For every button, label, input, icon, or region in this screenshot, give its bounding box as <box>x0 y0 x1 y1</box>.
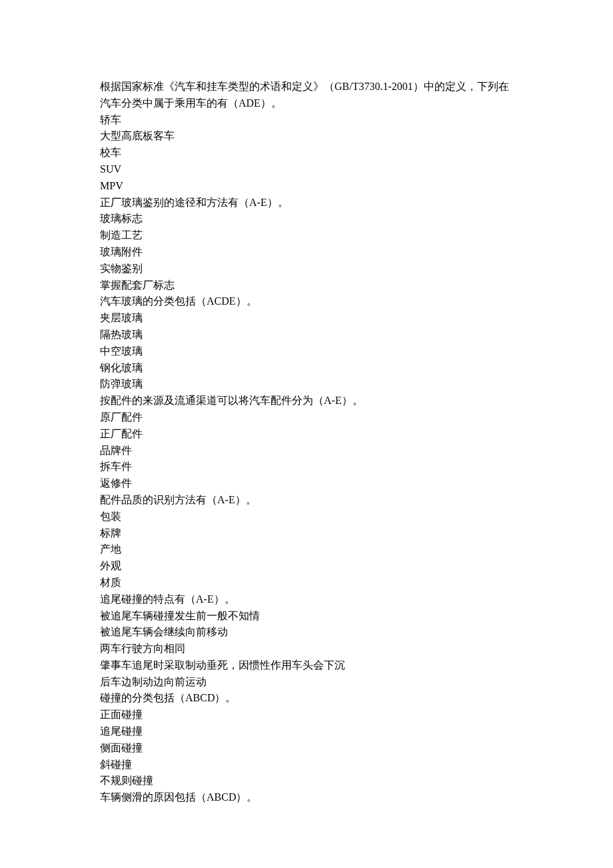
question-option: MPV <box>100 178 513 195</box>
question-option: 两车行驶方向相同 <box>100 641 513 657</box>
question-option: 隔热玻璃 <box>100 327 513 343</box>
question-option: SUV <box>100 161 513 178</box>
question-option: 正厂配件 <box>100 426 513 443</box>
document-page: 根据国家标准《汽车和挂车类型的术语和定义》（GB/T3730.1-2001）中的… <box>0 0 613 868</box>
question-option: 大型高底板客车 <box>100 128 513 145</box>
question-prompt: 根据国家标准《汽车和挂车类型的术语和定义》（GB/T3730.1-2001）中的… <box>100 79 513 112</box>
question-option: 玻璃附件 <box>100 244 513 261</box>
question-prompt: 正厂玻璃鉴别的途径和方法有（A-E）。 <box>100 195 513 211</box>
question-option: 轿车 <box>100 112 513 129</box>
question-option: 材质 <box>100 575 513 591</box>
question-option: 外观 <box>100 558 513 575</box>
question-option: 钢化玻璃 <box>100 360 513 377</box>
question-option: 返修件 <box>100 475 513 492</box>
question-option: 侧面碰撞 <box>100 740 513 757</box>
question-prompt: 碰撞的分类包括（ABCD）。 <box>100 690 513 707</box>
question-option: 原厂配件 <box>100 409 513 426</box>
question-prompt: 按配件的来源及流通渠道可以将汽车配件分为（A-E）。 <box>100 393 513 409</box>
question-option: 后车边制动边向前运动 <box>100 674 513 691</box>
question-option: 拆车件 <box>100 459 513 475</box>
question-option: 标牌 <box>100 525 513 542</box>
question-prompt: 配件品质的识别方法有（A-E）。 <box>100 492 513 509</box>
question-option: 斜碰撞 <box>100 757 513 773</box>
question-option: 校车 <box>100 145 513 161</box>
question-option: 包装 <box>100 509 513 525</box>
question-option: 夹层玻璃 <box>100 310 513 327</box>
question-option: 正面碰撞 <box>100 707 513 723</box>
question-option: 实物鉴别 <box>100 261 513 277</box>
question-option: 中空玻璃 <box>100 343 513 360</box>
question-option: 追尾碰撞 <box>100 723 513 740</box>
question-option: 玻璃标志 <box>100 211 513 227</box>
question-prompt: 车辆侧滑的原因包括（ABCD）。 <box>100 789 513 806</box>
question-option: 产地 <box>100 541 513 558</box>
question-option: 不规则碰撞 <box>100 773 513 789</box>
question-option: 被追尾车辆会继续向前移动 <box>100 624 513 641</box>
question-prompt: 汽车玻璃的分类包括（ACDE）。 <box>100 293 513 310</box>
question-option: 制造工艺 <box>100 227 513 244</box>
question-option: 被追尾车辆碰撞发生前一般不知情 <box>100 608 513 625</box>
question-option: 肇事车追尾时采取制动垂死，因惯性作用车头会下沉 <box>100 657 513 674</box>
question-prompt: 追尾碰撞的特点有（A-E）。 <box>100 591 513 608</box>
question-option: 防弹玻璃 <box>100 376 513 393</box>
question-option: 品牌件 <box>100 443 513 459</box>
question-option: 掌握配套厂标志 <box>100 277 513 294</box>
